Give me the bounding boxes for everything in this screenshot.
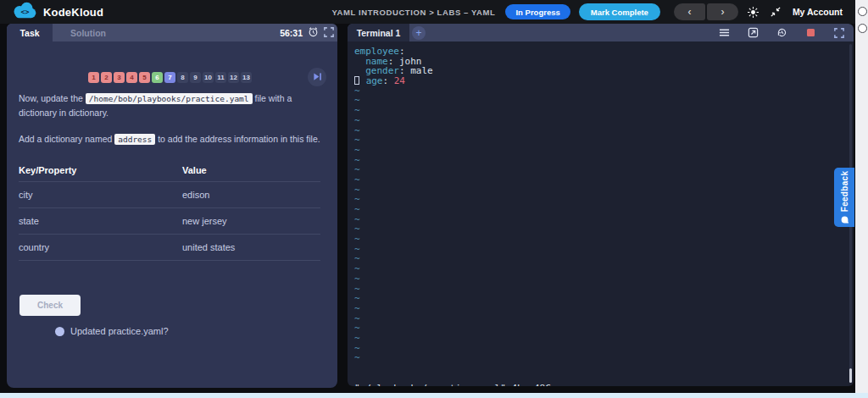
pagination: 12345678910111213 bbox=[88, 72, 252, 83]
kodekloud-logo-icon: <> bbox=[12, 2, 37, 22]
terminal-header: Terminal 1 + bbox=[348, 24, 854, 41]
page-13[interactable]: 13 bbox=[241, 72, 252, 83]
tab-task[interactable]: Task bbox=[7, 24, 53, 41]
task-fullscreen-icon[interactable] bbox=[324, 25, 334, 41]
stop-icon[interactable] bbox=[804, 27, 816, 39]
page-1[interactable]: 1 bbox=[88, 72, 99, 83]
brand[interactable]: <> KodeKloud bbox=[12, 2, 103, 22]
page-3[interactable]: 3 bbox=[114, 72, 125, 83]
statusline-file-info: "~/playbooks/practice.yaml" 4L, 48C bbox=[354, 384, 551, 386]
table-header-value: Value bbox=[182, 159, 320, 181]
inline-code-name: address bbox=[114, 134, 155, 145]
screen: <> KodeKloud YAML INTRODUCTION > LABS – … bbox=[0, 0, 868, 398]
page-9[interactable]: 9 bbox=[190, 72, 201, 83]
task-table: Key/Property Value cityedisonstatenew je… bbox=[19, 159, 320, 261]
page-2[interactable]: 2 bbox=[101, 72, 112, 83]
new-terminal-button[interactable]: + bbox=[412, 26, 426, 40]
collapse-icon[interactable] bbox=[769, 5, 782, 19]
lab-nav: ‹ › bbox=[674, 3, 738, 20]
next-button[interactable]: › bbox=[707, 3, 738, 20]
terminal-buffer: employee: name: john gender: male age: 2… bbox=[348, 41, 854, 363]
page-8[interactable]: 8 bbox=[177, 72, 188, 83]
skip-to-last-button[interactable] bbox=[308, 68, 326, 86]
task-table-body: cityedisonstatenew jerseycountryunited s… bbox=[19, 181, 320, 260]
task-question-row: Updated practice.yaml? bbox=[55, 326, 169, 336]
page-7[interactable]: 7 bbox=[164, 72, 175, 83]
alarm-clock-icon bbox=[308, 25, 319, 41]
skip-end-icon bbox=[313, 71, 322, 84]
page-5[interactable]: 5 bbox=[139, 72, 150, 83]
edge-floating-icon-bottom[interactable] bbox=[858, 24, 867, 33]
task-question: Updated practice.yaml? bbox=[70, 326, 169, 336]
instruction-2: Add a dictionary named address to add th… bbox=[19, 132, 334, 146]
mark-complete-button[interactable]: Mark Complete bbox=[579, 3, 660, 20]
page-4[interactable]: 4 bbox=[126, 72, 137, 83]
page-10[interactable]: 10 bbox=[203, 72, 214, 83]
right-edge-strip bbox=[855, 0, 868, 398]
table-header-key: Key/Property bbox=[19, 159, 182, 181]
terminal-screen[interactable]: employee: name: john gender: male age: 2… bbox=[348, 41, 854, 386]
brand-name: KodeKloud bbox=[43, 6, 103, 19]
page-12[interactable]: 12 bbox=[228, 72, 239, 83]
feedback-bubble-icon bbox=[837, 216, 852, 224]
prev-button[interactable]: ‹ bbox=[674, 3, 705, 20]
tab-solution[interactable]: Solution bbox=[53, 24, 124, 41]
timer-label: 56:31 bbox=[280, 28, 303, 38]
feedback-tab[interactable]: Feedback bbox=[834, 168, 854, 227]
svg-text:<>: <> bbox=[20, 8, 29, 16]
breadcrumb: YAML INTRODUCTION > LABS – YAML bbox=[331, 8, 495, 17]
open-editor-icon[interactable] bbox=[747, 27, 759, 39]
account-label[interactable]: My Account bbox=[793, 7, 843, 17]
vim-statusline: "~/playbooks/practice.yaml" 4L, 48C 4,1 … bbox=[348, 373, 854, 384]
table-row: countryunited states bbox=[19, 234, 320, 260]
terminal-menu-icon[interactable] bbox=[718, 27, 730, 39]
terminal-panel: Terminal 1 + bbox=[348, 24, 854, 386]
terminal-fullscreen-icon[interactable] bbox=[833, 27, 845, 39]
table-row: statenew jersey bbox=[19, 207, 320, 234]
check-button[interactable]: Check bbox=[19, 295, 81, 316]
terminal-cursor bbox=[354, 76, 359, 85]
task-tabbar: Task Solution 56:31 bbox=[7, 24, 337, 41]
instruction-1: Now, update the /home/bob/playbooks/prac… bbox=[19, 91, 317, 119]
page-6[interactable]: 6 bbox=[152, 72, 163, 83]
table-row: cityedison bbox=[19, 181, 320, 207]
inline-code-path: /home/bob/playbooks/practice.yaml bbox=[86, 93, 253, 104]
task-panel: Task Solution 56:31 1234567891 bbox=[7, 24, 337, 388]
status-badge: In Progress bbox=[505, 4, 570, 19]
status-dot-icon bbox=[55, 327, 64, 336]
app-header: <> KodeKloud YAML INTRODUCTION > LABS – … bbox=[0, 0, 868, 24]
terminal-scrollbar-thumb[interactable] bbox=[849, 368, 852, 383]
terminal-tab[interactable]: Terminal 1 bbox=[348, 24, 409, 41]
theme-sun-icon[interactable] bbox=[747, 5, 760, 19]
bottom-edge-strip bbox=[0, 393, 868, 398]
edge-floating-icon-top[interactable] bbox=[858, 7, 867, 16]
page-11[interactable]: 11 bbox=[215, 72, 226, 83]
feedback-label: Feedback bbox=[840, 171, 849, 213]
restart-lab-icon[interactable] bbox=[776, 27, 787, 39]
